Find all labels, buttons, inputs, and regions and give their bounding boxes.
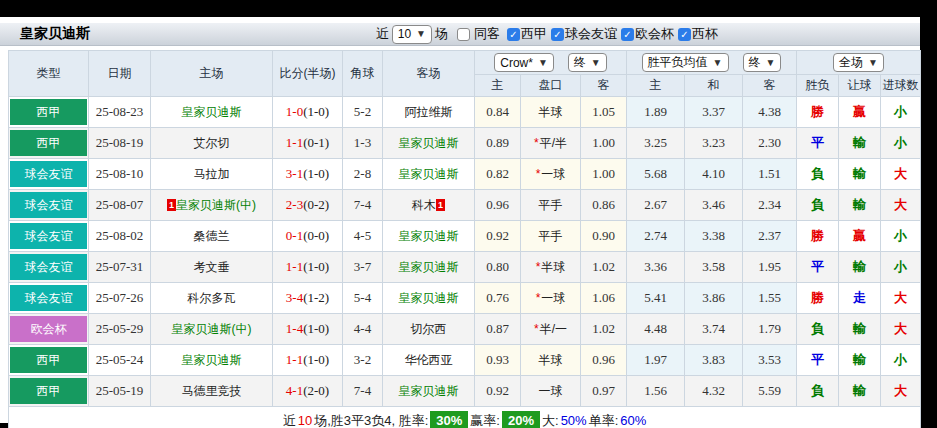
home-team-cell: 皇家贝迪斯 [151,345,273,376]
away-team-cell: 皇家贝迪斯 [383,128,475,159]
score-cell: 1-1(0-1) [273,128,343,159]
col-header-home: 主场 [151,51,273,97]
home-team-link[interactable]: 皇家贝迪斯(中) [176,198,256,212]
scope-select[interactable]: 全场 ▼ [833,53,884,72]
odds-away: 1.79 [743,314,797,345]
odds-average-select[interactable]: 胜平负均值 ▼ [642,53,729,72]
handicap-line: 半/一 [540,322,567,336]
away-team-link[interactable]: 皇家贝迪斯 [399,260,459,274]
sub-header-odds-draw: 和 [685,75,743,97]
away-team-link[interactable]: 切尔西 [411,322,447,336]
home-team-link[interactable]: 艾尔切 [194,136,230,150]
handicap-line-cell: 半球 [521,97,581,128]
home-team-link[interactable]: 科尔多瓦 [188,291,236,305]
odds-home: 2.67 [627,190,685,221]
bookmaker-select[interactable]: Crow* ▼ [494,53,554,72]
col-header-date: 日期 [89,51,151,97]
home-team-link[interactable]: 皇家贝迪斯 [182,105,242,119]
games-label: 场 [435,25,448,43]
full-time-score: 1-1 [286,352,303,367]
full-time-score: 2-3 [286,197,303,212]
home-rank-badge: 1 [167,199,176,211]
match-count-value: 10 [398,27,411,41]
handicap-away-odds: 1.02 [581,314,627,345]
half-time-score: (0-1) [303,135,329,150]
handicap-home-odds: 0.92 [475,221,521,252]
away-team-cell: 皇家贝迪斯 [383,252,475,283]
home-team-link[interactable]: 马拉加 [194,167,230,181]
match-date: 25-08-02 [89,221,151,252]
bookmaker-select-value: Crow* [500,56,533,70]
away-rank-badge: 1 [436,199,445,211]
league-filter[interactable]: ✓球会友谊 [547,25,617,43]
league-filter[interactable]: ✓西甲 [503,25,547,43]
handicap-line-cell: 一球 [521,376,581,407]
home-team-cell: 科尔多瓦 [151,283,273,314]
handicap-line: 一球 [539,384,563,398]
league-checkbox[interactable]: ✓ [621,28,634,41]
summary-pre: 近 [283,413,296,428]
league-checkbox[interactable]: ✓ [507,28,520,41]
handicap-result: 輸 [839,159,881,190]
away-team-link[interactable]: 皇家贝迪斯 [399,136,459,150]
away-team-link[interactable]: 皇家贝迪斯 [399,384,459,398]
in-play-asterisk: * [536,260,541,274]
home-team-link[interactable]: 皇家贝迪斯(中) [172,322,252,336]
handicap-home-odds: 0.80 [475,252,521,283]
over-under-result: 小 [881,252,921,283]
handicap-away-odds: 1.02 [581,252,627,283]
league-type-badge: 球会友谊 [10,192,87,218]
away-team-link[interactable]: 皇家贝迪斯 [399,167,459,181]
win-draw-loss-result: 平 [797,345,839,376]
home-team-cell: 马德里竞技 [151,376,273,407]
league-type-badge: 球会友谊 [10,161,87,187]
in-play-asterisk: * [536,291,541,305]
league-filter[interactable]: ✓欧会杯 [617,25,674,43]
chevron-down-icon: ▼ [416,29,426,39]
odds-draw: 3.83 [685,345,743,376]
odds-away: 1.51 [743,159,797,190]
away-team-link[interactable]: 华伦西亚 [405,353,453,367]
match-date: 25-07-26 [89,283,151,314]
away-team-link[interactable]: 皇家贝迪斯 [399,291,459,305]
chevron-down-icon: ▼ [591,58,601,68]
home-team-link[interactable]: 桑德兰 [194,229,230,243]
odds-away: 2.34 [743,190,797,221]
odds-home: 3.25 [627,128,685,159]
team-title: 皇家贝迪斯 [20,25,90,43]
home-team-cell: 皇家贝迪斯 [151,97,273,128]
same-away-checkbox[interactable] [457,28,470,41]
corners-score: 4-5 [343,221,383,252]
league-checkbox[interactable]: ✓ [678,28,691,41]
big-label: 大: [542,413,559,428]
handicap-state-select[interactable]: 终 ▼ [568,53,607,72]
match-date: 25-05-24 [89,345,151,376]
corners-score: 5-4 [343,283,383,314]
odds-home: 1.56 [627,376,685,407]
full-time-score: 3-1 [286,166,303,181]
score-cell: 1-1(1-0) [273,252,343,283]
away-team-link[interactable]: 阿拉维斯 [405,105,453,119]
full-time-score: 1-4 [286,321,303,336]
match-date: 25-08-19 [89,128,151,159]
sub-header-goals: 进球数 [881,75,921,97]
league-checkbox[interactable]: ✓ [551,28,564,41]
single-label: 单率: [589,413,619,428]
full-time-score: 1-1 [286,259,303,274]
handicap-result: 輸 [839,376,881,407]
handicap-result: 贏 [839,221,881,252]
home-team-link[interactable]: 马德里竞技 [182,384,242,398]
odds-state-select[interactable]: 终 ▼ [743,53,782,72]
match-count-select[interactable]: 10 ▼ [392,25,432,44]
league-filter[interactable]: ✓西杯 [674,25,718,43]
home-team-link[interactable]: 考文垂 [194,260,230,274]
handicap-result: 輸 [839,128,881,159]
away-team-link[interactable]: 科木 [412,198,436,212]
home-team-link[interactable]: 皇家贝迪斯 [182,353,242,367]
handicap-away-odds: 0.86 [581,190,627,221]
handicap-group-header: Crow* ▼ 终 ▼ [475,51,627,75]
away-team-link[interactable]: 皇家贝迪斯 [399,229,459,243]
win-draw-loss-result: 平 [797,252,839,283]
odds-away: 4.38 [743,97,797,128]
table-row: 西甲 25-05-24 皇家贝迪斯 1-1(1-0) 3-2 华伦西亚 0.93… [9,345,921,376]
